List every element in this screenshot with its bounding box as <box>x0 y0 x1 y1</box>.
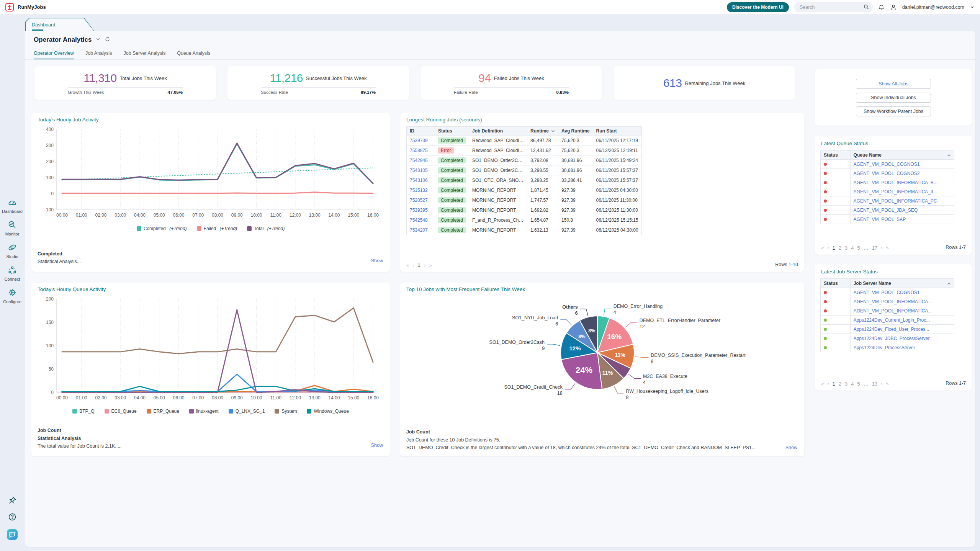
discover-modern-ui-button[interactable]: Discover the Modern UI <box>727 2 789 12</box>
sidebar-item-studio[interactable]: Studio <box>6 243 18 259</box>
name-link[interactable]: AGENT_VM_POOL_SAP <box>854 217 906 222</box>
show-all-jobs-button[interactable]: Show All Jobs <box>856 79 931 89</box>
column-header-runtime[interactable]: Runtime <box>527 127 558 136</box>
refresh-icon[interactable] <box>105 36 110 44</box>
first-page-icon[interactable]: « <box>821 245 824 251</box>
column-header-status[interactable]: Status <box>821 279 851 288</box>
page-number[interactable]: 5 <box>857 245 860 251</box>
chevron-down-icon[interactable] <box>95 36 101 43</box>
name-link[interactable]: AGENT_VM_POOL_JDA_SEQ <box>854 208 918 213</box>
subtab-queue-analysis[interactable]: Queue Analysis <box>177 51 210 60</box>
assistant-icon[interactable] <box>7 529 18 542</box>
page-number[interactable]: 3 <box>845 245 847 251</box>
sidebar-item-connect[interactable]: Connect <box>5 265 20 281</box>
name-link[interactable]: AGENT_VM_POOL_COGNOS1 <box>854 162 920 167</box>
name-link[interactable]: Apps1224Dev_JDBC_ProcessServer <box>854 336 930 341</box>
subtab-operator-overview[interactable]: Operator Overview <box>34 51 74 60</box>
show-link[interactable]: Show <box>371 258 383 263</box>
legend-item-ec6_queue[interactable]: EC6_Queue <box>105 409 137 414</box>
legend-item-completed[interactable]: Completed (+Trend) <box>137 226 187 231</box>
column-header-job-definition[interactable]: Job Definition <box>469 127 527 136</box>
page-number[interactable]: 1 <box>833 245 835 251</box>
column-header-status[interactable]: Status <box>821 150 851 160</box>
job-id-link[interactable]: 7543106 <box>410 178 428 183</box>
job-id-link[interactable]: 7542946 <box>410 158 428 163</box>
column-header-status[interactable]: Status <box>435 127 469 136</box>
search-input[interactable] <box>799 4 861 10</box>
name-link[interactable]: AGENT_VM_POOL_COGNOS1 <box>854 290 920 295</box>
page-number[interactable]: 3 <box>845 381 847 387</box>
legend-item-linux-agent[interactable]: linux-agent <box>189 409 219 414</box>
page-number[interactable]: 17 <box>872 245 877 251</box>
job-id-link[interactable]: 7543105 <box>410 168 428 173</box>
chevron-down-icon[interactable] <box>970 5 975 10</box>
legend-item-q_lnx_sg_1[interactable]: Q_LNX_SG_1 <box>229 409 265 414</box>
legend-item-system[interactable]: System <box>275 409 297 414</box>
sidebar-item-monitor[interactable]: Monitor <box>5 220 20 236</box>
sort-asc-icon[interactable] <box>947 154 951 158</box>
legend-item-erp_queue[interactable]: ERP_Queue <box>147 409 179 414</box>
user-email[interactable]: daniel.pitman@redwood.com <box>902 5 964 10</box>
column-header-id[interactable]: ID <box>407 127 435 136</box>
column-header-job-server-name[interactable]: Job Server Name <box>850 279 954 288</box>
runmyjobs-logo-icon[interactable] <box>5 3 14 11</box>
next-page-icon[interactable]: › <box>881 245 882 251</box>
subtab-job-server-analysis[interactable]: Job Server Analysis <box>123 51 165 60</box>
legend-item-windows_queue[interactable]: Windows_Queue <box>307 409 348 414</box>
page-number[interactable]: 2 <box>839 245 841 251</box>
page-number[interactable]: 4 <box>851 245 854 251</box>
subtab-job-analysis[interactable]: Job Analysis <box>85 51 112 60</box>
user-icon[interactable] <box>890 4 897 11</box>
name-link[interactable]: AGENT_VM_POOL_INFORMATICA_PC <box>854 198 937 204</box>
page-number[interactable]: 13 <box>872 381 877 387</box>
page-number[interactable]: 4 <box>851 381 854 387</box>
notifications-icon[interactable] <box>878 4 885 10</box>
job-id-link[interactable]: 7539395 <box>410 208 428 213</box>
page-number[interactable]: 1 <box>833 381 835 387</box>
show-individual-jobs-button[interactable]: Show Individual Jobs <box>856 93 931 103</box>
name-link[interactable]: AGENT_VM_POOL_INFORMATICA... <box>854 299 932 304</box>
help-icon[interactable] <box>8 512 17 523</box>
search-icon[interactable] <box>863 4 869 11</box>
page-number[interactable]: 5 <box>857 381 860 387</box>
name-link[interactable]: AGENT_VM_POOL_COGNOS2 <box>854 171 920 176</box>
column-header-avg-runtime[interactable]: Avg Runtime <box>558 127 593 136</box>
next-page-icon[interactable]: › <box>424 262 425 268</box>
search-box[interactable] <box>794 2 873 12</box>
job-id-link[interactable]: 7520527 <box>410 198 428 203</box>
next-page-icon[interactable]: › <box>881 381 882 387</box>
prev-page-icon[interactable]: ‹ <box>827 381 829 387</box>
page-number[interactable]: 2 <box>839 381 841 387</box>
name-link[interactable]: AGENT_VM_POOL_INFORMATICA... <box>854 308 932 314</box>
name-link[interactable]: AGENT_VM_POOL_INFORMATICA_B... <box>854 180 937 185</box>
column-header-queue-name[interactable]: Queue Name <box>850 150 954 160</box>
queue-activity-line-chart[interactable]: 00:0001:0002:0003:0004:0005:0006:0007:00… <box>37 294 383 405</box>
legend-item-total[interactable]: Total (+Trend) <box>247 226 285 231</box>
last-page-icon[interactable]: » <box>886 381 889 387</box>
prev-page-icon[interactable]: ‹ <box>827 245 829 251</box>
last-page-icon[interactable]: » <box>429 262 432 268</box>
show-link[interactable]: Show <box>785 445 797 450</box>
name-link[interactable]: Apps1224Dev_Fixed_User_Proces... <box>854 327 929 332</box>
sidebar-item-dashboard[interactable]: Dashboard <box>2 198 23 214</box>
failures-pie-chart[interactable]: DEMO_Error_Handling416%DEMO_ETL_ErrorHan… <box>400 292 804 415</box>
legend-item-btp_q[interactable]: BTP_Q <box>72 409 94 414</box>
show-link[interactable]: Show <box>371 443 383 448</box>
legend-item-failed[interactable]: Failed (+Trend) <box>197 226 237 231</box>
job-id-link[interactable]: 7515132 <box>410 188 428 193</box>
name-link[interactable]: Apps1224Dev_ProcessServer <box>854 345 915 350</box>
job-activity-line-chart[interactable]: 00:0001:0002:0003:0004:0005:0006:0007:00… <box>37 124 383 223</box>
sidebar-item-configure[interactable]: Configure <box>3 288 21 304</box>
job-id-link[interactable]: 7534207 <box>410 227 428 233</box>
sort-asc-icon[interactable] <box>947 282 951 286</box>
last-page-icon[interactable]: » <box>886 245 889 251</box>
job-id-link[interactable]: 7539739 <box>410 138 428 143</box>
name-link[interactable]: AGENT_VM_POOL_INFORMATICA_II... <box>854 189 937 195</box>
tab-dashboard[interactable]: Dashboard <box>25 18 94 31</box>
job-id-link[interactable]: 7542548 <box>410 217 428 223</box>
sort-desc-icon[interactable] <box>551 129 555 133</box>
column-header-run-start[interactable]: Run Start <box>593 127 641 136</box>
pin-icon[interactable] <box>8 496 17 507</box>
first-page-icon[interactable]: « <box>821 381 824 387</box>
first-page-icon[interactable]: « <box>406 262 409 268</box>
